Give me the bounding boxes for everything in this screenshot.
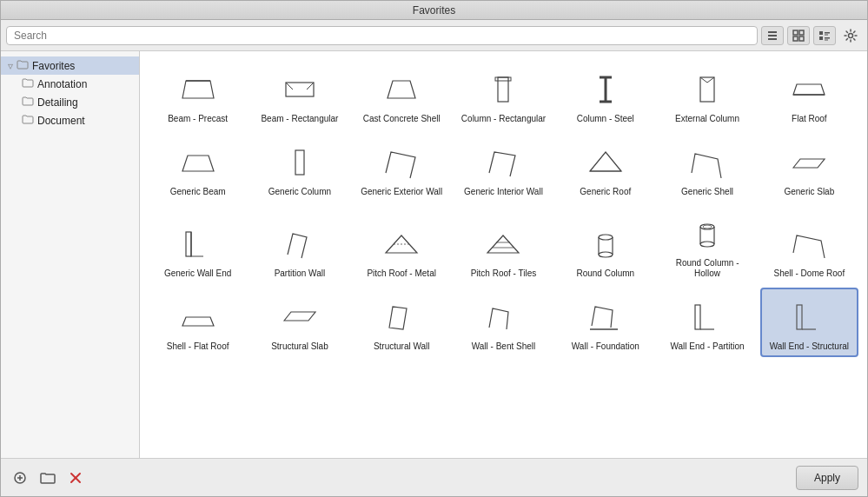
grid-item-icon-wall-foundation: [585, 296, 626, 338]
grid-item-round-column[interactable]: Round Column: [556, 206, 654, 284]
svg-rect-6: [799, 36, 804, 41]
grid-item-icon-shell-dome-roof: [788, 223, 830, 265]
grid-item-shell-flat-roof[interactable]: Shell - Flat Roof: [149, 288, 247, 357]
grid-item-label-generic-column: Generic Column: [268, 187, 331, 197]
grid-item-icon-external-column: [686, 69, 728, 110]
folder-open-icon: ▿: [8, 60, 13, 72]
svg-rect-12: [825, 39, 828, 40]
window-title: Favorites: [413, 4, 455, 17]
grid-item-icon-beam-precast: [177, 69, 219, 110]
svg-rect-43: [695, 305, 700, 329]
grid-item-partition-wall[interactable]: Partition Wall: [250, 206, 348, 284]
grid-item-label-beam-rectangular: Beam - Rectangular: [261, 114, 338, 124]
svg-rect-27: [295, 150, 304, 175]
view-list-button[interactable]: [761, 26, 784, 45]
grid-item-cast-concrete-shell[interactable]: Cast Concrete Shell: [353, 60, 451, 129]
grid-item-label-pitch-roof-tiles: Pitch Roof - Tiles: [471, 268, 537, 279]
grid-item-icon-pitch-roof-metal: [381, 223, 422, 265]
grid-item-label-generic-wall-end: Generic Wall End: [164, 268, 231, 279]
grid-item-label-structural-wall: Structural Wall: [374, 341, 430, 352]
grid-item-icon-generic-shell: [686, 142, 728, 183]
grid-item-icon-column-rectangular: [482, 69, 524, 110]
grid-item-generic-shell[interactable]: Generic Shell: [658, 133, 756, 202]
grid-item-label-generic-roof: Generic Roof: [580, 187, 631, 197]
sidebar-detailing-label: Detailing: [37, 96, 78, 109]
grid-item-beam-rectangular[interactable]: Beam - Rectangular: [250, 60, 348, 129]
delete-button[interactable]: [65, 467, 86, 488]
svg-point-34: [599, 252, 613, 257]
folder-button[interactable]: [37, 467, 58, 488]
svg-point-38: [700, 242, 714, 247]
grid-item-icon-structural-wall: [381, 296, 422, 338]
svg-rect-10: [819, 36, 823, 40]
grid-item-generic-column[interactable]: Generic Column: [250, 133, 348, 202]
folder-icon: [22, 77, 34, 90]
grid-item-label-beam-precast: Beam - Precast: [168, 114, 228, 124]
apply-button[interactable]: Apply: [796, 466, 858, 490]
grid-item-generic-beam[interactable]: Generic Beam: [149, 133, 247, 202]
grid-item-pitch-roof-tiles[interactable]: Pitch Roof - Tiles: [454, 206, 553, 284]
svg-line-25: [707, 77, 714, 83]
svg-rect-8: [825, 32, 830, 34]
grid-item-icon-generic-exterior-wall: [381, 142, 422, 183]
svg-rect-3: [793, 30, 798, 35]
grid-item-icon-generic-interior-wall: [482, 142, 524, 183]
grid-item-label-generic-shell: Generic Shell: [681, 187, 733, 197]
grid-item-column-steel[interactable]: Column - Steel: [556, 60, 654, 129]
settings-button[interactable]: [839, 26, 862, 45]
grid-item-structural-slab[interactable]: Structural Slab: [250, 288, 348, 357]
folder-icon-detailing: [22, 96, 34, 109]
grid-item-icon-round-column-hollow: [686, 213, 728, 255]
bottom-left-actions: [10, 467, 86, 488]
grid-item-icon-beam-rectangular: [279, 69, 321, 110]
svg-rect-4: [799, 30, 804, 35]
sidebar-annotation-label: Annotation: [37, 78, 87, 90]
grid-item-icon-wall-bent-shell: [482, 296, 524, 338]
svg-rect-9: [825, 34, 828, 35]
svg-line-24: [700, 77, 707, 83]
add-button[interactable]: [10, 467, 30, 488]
grid-item-wall-bent-shell[interactable]: Wall - Bent Shell: [454, 288, 553, 357]
svg-rect-2: [768, 38, 777, 40]
view-detail-button[interactable]: [813, 26, 836, 45]
grid-item-wall-end-partition[interactable]: Wall End - Partition: [658, 288, 756, 357]
grid-item-beam-precast[interactable]: Beam - Precast: [149, 60, 247, 129]
sidebar-item-document[interactable]: Document: [1, 111, 139, 129]
grid-item-pitch-roof-metal[interactable]: Pitch Roof - Metal: [353, 206, 451, 284]
grid-item-icon-partition-wall: [279, 223, 321, 265]
svg-rect-29: [186, 232, 191, 256]
grid-item-label-partition-wall: Partition Wall: [275, 268, 326, 279]
sidebar-item-annotation[interactable]: Annotation: [1, 75, 139, 93]
grid-item-flat-roof[interactable]: Flat Roof: [760, 60, 858, 129]
grid-item-round-column-hollow[interactable]: Round Column - Hollow: [658, 206, 756, 284]
grid-item-column-rectangular[interactable]: Column - Rectangular: [454, 60, 553, 129]
grid-item-label-generic-exterior-wall: Generic Exterior Wall: [361, 187, 442, 197]
grid-item-generic-interior-wall[interactable]: Generic Interior Wall: [454, 133, 553, 202]
svg-rect-0: [768, 31, 777, 33]
grid-item-label-column-rectangular: Column - Rectangular: [461, 114, 546, 124]
sidebar-item-detailing[interactable]: Detailing: [1, 93, 139, 111]
grid-item-label-flat-roof: Flat Roof: [792, 114, 827, 124]
grid-item-wall-end-structural[interactable]: Wall End - Structural: [760, 288, 858, 357]
svg-point-33: [599, 235, 613, 240]
grid-item-generic-wall-end[interactable]: Generic Wall End: [149, 206, 247, 284]
view-grid-button[interactable]: [787, 26, 810, 45]
grid-item-label-round-column-hollow: Round Column - Hollow: [663, 258, 751, 279]
grid-item-icon-flat-roof: [788, 69, 830, 110]
search-input[interactable]: [6, 26, 758, 45]
grid-item-shell-dome-roof[interactable]: Shell - Dome Roof: [760, 206, 858, 284]
grid-item-icon-generic-wall-end: [177, 223, 219, 265]
grid-item-icon-column-steel: [585, 69, 626, 110]
main-window: Favorites: [0, 0, 868, 497]
folder-icon-document: [22, 114, 34, 127]
svg-rect-5: [793, 36, 798, 41]
grid-item-generic-slab[interactable]: Generic Slab: [760, 133, 858, 202]
grid-item-structural-wall[interactable]: Structural Wall: [353, 288, 451, 357]
grid-item-external-column[interactable]: External Column: [658, 60, 756, 129]
sidebar-item-favorites[interactable]: ▿ Favorites: [1, 56, 139, 75]
grid-item-generic-exterior-wall[interactable]: Generic Exterior Wall: [353, 133, 451, 202]
grid-item-wall-foundation[interactable]: Wall - Foundation: [556, 288, 654, 357]
grid-item-label-wall-foundation: Wall - Foundation: [572, 341, 639, 352]
main-area: ▿ Favorites Annotation: [1, 51, 867, 458]
grid-item-generic-roof[interactable]: Generic Roof: [556, 133, 654, 202]
